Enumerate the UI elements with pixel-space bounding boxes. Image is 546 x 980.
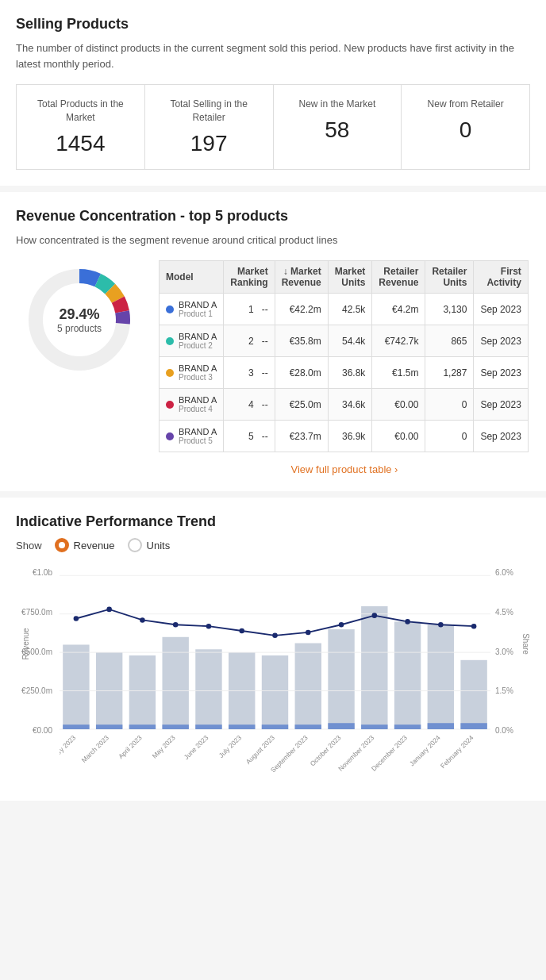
metric-card-0: Total Products in the Market 1454 [17, 85, 145, 169]
y-right-4: 0.0% [495, 726, 530, 735]
product-table-wrap: Model MarketRanking ↓ MarketRevenue Mark… [159, 260, 530, 475]
product-table: Model MarketRanking ↓ MarketRevenue Mark… [159, 260, 529, 452]
cell-model-1: BRAND A Product 2 [160, 325, 224, 357]
cell-model-3: BRAND A Product 4 [160, 389, 224, 421]
revenue-concentration-inner: 29.4% 5 products Model MarketRanking ↓ M… [16, 260, 530, 475]
cell-ret-rev-1: €742.7k [372, 325, 425, 357]
cell-revenue-3: €25.0m [275, 389, 328, 421]
show-label: Show [16, 540, 42, 551]
cell-revenue-2: €28.0m [275, 357, 328, 389]
bar-retailer-4 [195, 724, 221, 729]
x-label-11: January 2024 [408, 733, 442, 767]
card-value-0: 1454 [26, 131, 135, 156]
bar-retailer-9 [361, 724, 387, 729]
cell-revenue-4: €23.7m [275, 421, 328, 452]
trend-dot-4 [206, 624, 212, 629]
x-label-8: October 2023 [308, 733, 342, 767]
cell-model-2: BRAND A Product 3 [160, 357, 224, 389]
units-radio[interactable]: Units [128, 538, 171, 552]
cell-ret-units-4: 0 [425, 421, 474, 452]
trend-chart-svg: February 2023March 2023April 2023May 202… [60, 568, 490, 782]
trend-dot-12 [471, 624, 477, 629]
col-first: FirstActivity [474, 261, 528, 294]
bar-market-0 [63, 645, 89, 730]
bar-retailer-7 [295, 724, 321, 729]
bar-retailer-10 [394, 724, 421, 729]
col-model: Model [160, 261, 224, 294]
brand-name-2: BRAND A [179, 363, 217, 373]
donut-percentage: 29.4% [57, 306, 102, 323]
x-label-5: July 2023 [217, 733, 244, 759]
cell-ret-units-2: 1,287 [425, 357, 474, 389]
revenue-radio[interactable]: Revenue [55, 538, 115, 552]
cell-units-3: 34.6k [328, 389, 372, 421]
y-left-1: €750.0m [16, 608, 52, 617]
bar-retailer-11 [428, 723, 454, 729]
cell-ret-units-0: 3,130 [425, 294, 474, 325]
card-value-3: 0 [411, 117, 520, 143]
bar-market-2 [129, 655, 156, 729]
x-label-6: August 2023 [244, 733, 277, 766]
trend-dot-3 [173, 622, 179, 628]
metric-cards-row: Total Products in the Market 1454Total S… [16, 84, 530, 170]
brand-product-3: Product 4 [179, 405, 217, 413]
performance-trend-section: Indicative Performance Trend Show Revenu… [0, 498, 546, 801]
bar-market-8 [328, 629, 354, 729]
donut-chart-wrap: 29.4% 5 products [16, 260, 143, 379]
performance-trend-title: Indicative Performance Trend [16, 513, 530, 530]
brand-dot-1 [166, 337, 174, 345]
y-axis-right-title: Share [521, 633, 530, 655]
y-axis-left-title: Revenue [21, 628, 30, 660]
bar-retailer-12 [460, 723, 486, 729]
trend-dot-0 [74, 616, 79, 621]
selling-products-title: Selling Products [16, 16, 530, 33]
trend-dot-9 [372, 613, 378, 618]
bar-market-3 [162, 637, 188, 729]
card-label-2: New in the Market [283, 98, 392, 111]
cell-ret-rev-2: €1.5m [372, 357, 425, 389]
x-label-10: December 2023 [370, 733, 409, 772]
cell-units-0: 42.5k [328, 294, 372, 325]
card-label-3: New from Retailer [411, 98, 520, 111]
card-label-1: Total Selling in the Retailer [155, 98, 263, 125]
x-label-0: February 2023 [60, 733, 78, 770]
units-radio-circle [128, 538, 142, 552]
cell-first-1: Sep 2023 [474, 325, 528, 357]
table-row: BRAND A Product 2 2 -- €35.8m 54.4k €742… [160, 325, 529, 357]
col-ret-units: RetailerUnits [425, 261, 474, 294]
y-left-4: €0.00 [16, 726, 52, 735]
brand-name-1: BRAND A [179, 332, 217, 341]
x-label-2: April 2023 [117, 733, 144, 760]
card-value-1: 197 [155, 131, 263, 156]
trend-dot-10 [405, 619, 410, 625]
donut-label: 5 products [57, 323, 102, 334]
col-ranking: MarketRanking [224, 261, 275, 294]
metric-card-1: Total Selling in the Retailer 197 [145, 85, 274, 169]
bar-market-6 [262, 655, 288, 729]
cell-ranking-1: 2 -- [224, 325, 275, 357]
x-label-4: June 2023 [183, 733, 210, 761]
cell-ret-rev-4: €0.00 [372, 421, 425, 452]
cell-ret-rev-3: €0.00 [372, 389, 425, 421]
col-revenue: ↓ MarketRevenue [275, 261, 328, 294]
bar-retailer-3 [162, 724, 188, 729]
selling-products-section: Selling Products The number of distinct … [0, 0, 546, 186]
card-label-0: Total Products in the Market [26, 98, 135, 125]
brand-dot-4 [166, 432, 174, 440]
x-label-12: February 2024 [439, 733, 475, 770]
trend-dot-11 [438, 622, 444, 628]
cell-first-3: Sep 2023 [474, 389, 528, 421]
cell-model-0: BRAND A Product 1 [160, 294, 224, 325]
trend-dot-6 [272, 633, 278, 639]
view-full-table-link[interactable]: View full product table › [159, 463, 530, 475]
col-units: MarketUnits [328, 261, 372, 294]
cell-revenue-1: €35.8m [275, 325, 328, 357]
bar-market-10 [394, 621, 421, 729]
selling-products-desc: The number of distinct products in the c… [16, 40, 530, 71]
trend-dot-2 [140, 617, 145, 623]
card-value-2: 58 [283, 117, 392, 143]
bar-market-9 [361, 606, 387, 729]
cell-first-2: Sep 2023 [474, 357, 528, 389]
revenue-radio-circle [55, 538, 69, 552]
cell-units-4: 36.9k [328, 421, 372, 452]
